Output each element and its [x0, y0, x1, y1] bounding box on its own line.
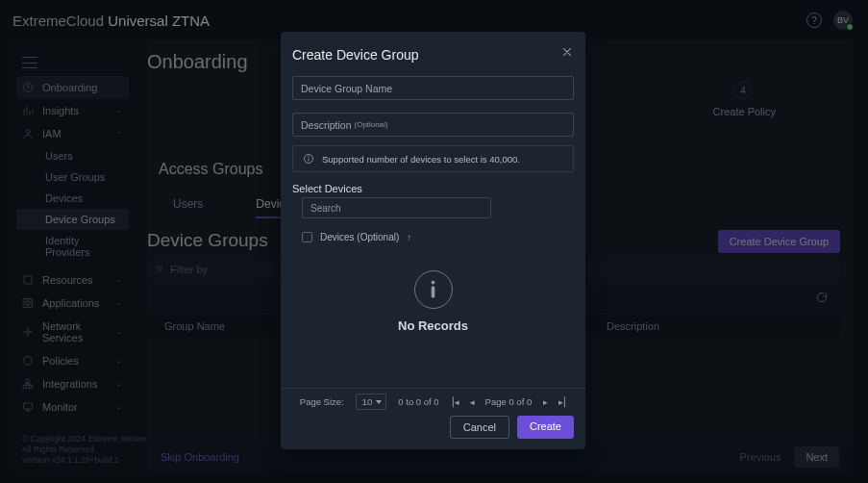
device-search-input[interactable]: Search: [302, 197, 491, 218]
info-circle-icon: [414, 270, 453, 309]
select-all-checkbox[interactable]: [302, 232, 312, 242]
page-size-label: Page Size:: [300, 396, 344, 407]
optional-tag: (Optional): [355, 120, 388, 129]
select-devices-label: Select Devices: [292, 183, 362, 194]
svg-point-11: [309, 157, 310, 158]
info-banner: Supported number of devices to select is…: [292, 145, 574, 172]
page-of-text: Page 0 of 0: [485, 396, 533, 407]
empty-state: No Records: [281, 270, 585, 333]
input-placeholder: Search: [310, 203, 341, 214]
svg-rect-13: [432, 287, 434, 298]
info-text: Supported number of devices to select is…: [322, 154, 520, 165]
pager-first-icon[interactable]: ⎮◂: [451, 397, 459, 407]
input-placeholder: Device Group Name: [301, 83, 392, 94]
device-group-name-input[interactable]: Device Group Name: [292, 76, 574, 100]
cancel-button[interactable]: Cancel: [450, 416, 509, 439]
create-device-group-modal: Create Device Group Device Group Name De…: [281, 32, 585, 449]
close-icon[interactable]: [560, 45, 574, 59]
empty-text: No Records: [281, 318, 585, 333]
svg-point-12: [432, 281, 434, 284]
pager-next-icon[interactable]: ▸: [543, 397, 547, 407]
modal-title: Create Device Group: [292, 47, 419, 63]
create-button[interactable]: Create: [517, 416, 574, 439]
sort-arrow-up-icon[interactable]: ↑: [407, 232, 411, 242]
page-size-select[interactable]: 10: [356, 394, 387, 410]
sort-column-label[interactable]: Devices (Optional): [320, 232, 399, 242]
pager-prev-icon[interactable]: ◂: [470, 397, 474, 407]
info-icon: [303, 153, 314, 165]
description-input[interactable]: Description (Optional): [292, 113, 574, 137]
page-range-text: 0 to 0 of 0: [398, 396, 438, 407]
pager-last-icon[interactable]: ▸⎮: [558, 397, 566, 407]
modal-pager: Page Size: 10 0 to 0 of 0 ⎮◂ ◂ Page 0 of…: [281, 388, 585, 415]
input-placeholder: Description: [301, 119, 352, 131]
